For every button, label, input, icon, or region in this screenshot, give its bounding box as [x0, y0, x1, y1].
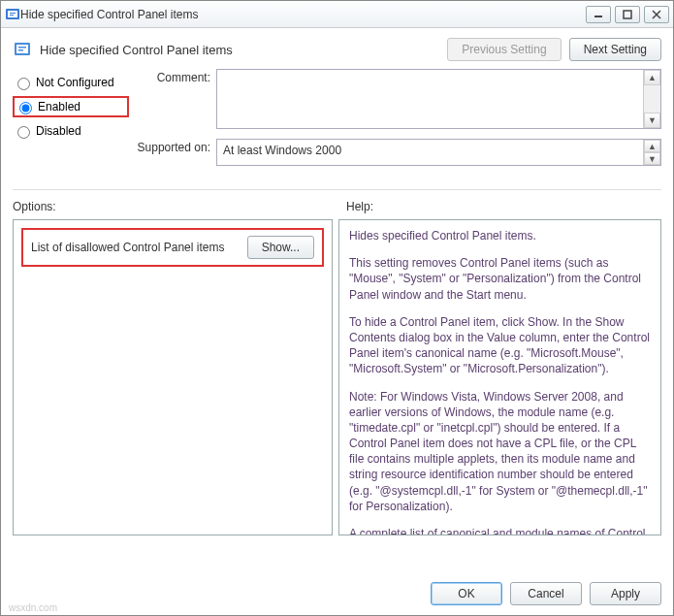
help-label: Help:	[340, 200, 661, 213]
minimize-icon	[594, 11, 603, 18]
maximize-button[interactable]	[615, 6, 640, 23]
help-p2: This setting removes Control Panel items…	[349, 255, 651, 303]
app-icon	[5, 7, 20, 22]
radio-disabled[interactable]: Disabled	[13, 123, 129, 139]
ok-button[interactable]: OK	[431, 582, 502, 605]
help-p1: Hides specified Control Panel items.	[349, 228, 651, 243]
policy-icon	[13, 40, 32, 59]
scroll-down-icon[interactable]: ▼	[644, 113, 660, 128]
radio-enabled[interactable]: Enabled	[13, 96, 129, 117]
supported-label: Supported on:	[129, 139, 216, 166]
comment-textarea[interactable]	[217, 70, 643, 128]
close-icon	[652, 10, 661, 19]
radio-not-configured-input[interactable]	[17, 78, 30, 90]
supported-box: At least Windows 2000 ▲ ▼	[216, 139, 661, 166]
svg-rect-4	[594, 16, 602, 17]
state-radio-group: Not Configured Enabled Disabled	[13, 69, 129, 176]
radio-disabled-label: Disabled	[36, 124, 81, 138]
radio-not-configured-label: Not Configured	[36, 76, 114, 89]
comment-label: Comment:	[129, 69, 216, 129]
svg-rect-1	[8, 11, 17, 17]
option-label: List of disallowed Control Panel items	[31, 241, 247, 254]
section-divider	[13, 189, 661, 190]
radio-disabled-input[interactable]	[17, 126, 30, 139]
scroll-up-icon[interactable]: ▲	[644, 70, 660, 85]
policy-title: Hide specified Control Panel items	[40, 43, 447, 57]
next-setting-button[interactable]: Next Setting	[569, 38, 661, 61]
svg-rect-7	[16, 45, 28, 53]
cancel-button[interactable]: Cancel	[510, 582, 582, 605]
help-panel: Hides specified Control Panel items. Thi…	[338, 219, 661, 535]
dialog-button-row: OK Cancel Apply	[431, 582, 661, 605]
svg-rect-9	[18, 49, 23, 51]
header-row: Hide specified Control Panel items Previ…	[1, 28, 673, 65]
svg-rect-3	[10, 15, 14, 16]
comment-textarea-wrap: ▲ ▼	[216, 69, 661, 129]
show-button[interactable]: Show...	[247, 236, 314, 259]
option-row-disallowed-list: List of disallowed Control Panel items S…	[21, 228, 324, 267]
scroll-down-icon[interactable]: ▼	[644, 152, 660, 165]
comment-scrollbar[interactable]: ▲ ▼	[643, 70, 660, 128]
close-button[interactable]	[644, 6, 669, 23]
window-title: Hide specified Control Panel items	[20, 8, 582, 21]
radio-enabled-input[interactable]	[19, 102, 32, 114]
scroll-up-icon[interactable]: ▲	[644, 140, 660, 152]
watermark: wsxdn.com	[9, 602, 57, 613]
title-bar: Hide specified Control Panel items	[1, 1, 673, 28]
help-p4: Note: For Windows Vista, Windows Server …	[349, 389, 651, 515]
supported-scrollbar[interactable]: ▲ ▼	[643, 140, 660, 165]
radio-enabled-label: Enabled	[38, 100, 80, 113]
help-p5: A complete list of canonical and module …	[349, 526, 651, 535]
previous-setting-button[interactable]: Previous Setting	[447, 38, 561, 61]
svg-rect-8	[18, 47, 26, 49]
options-label: Options:	[13, 200, 340, 213]
supported-value: At least Windows 2000	[217, 140, 643, 165]
radio-not-configured[interactable]: Not Configured	[13, 75, 129, 90]
svg-rect-2	[10, 13, 16, 14]
maximize-icon	[623, 10, 632, 19]
minimize-button[interactable]	[586, 6, 611, 23]
svg-rect-5	[624, 11, 631, 18]
help-p3: To hide a Control Panel item, click Show…	[349, 314, 651, 377]
options-panel: List of disallowed Control Panel items S…	[13, 219, 333, 535]
apply-button[interactable]: Apply	[590, 582, 661, 605]
